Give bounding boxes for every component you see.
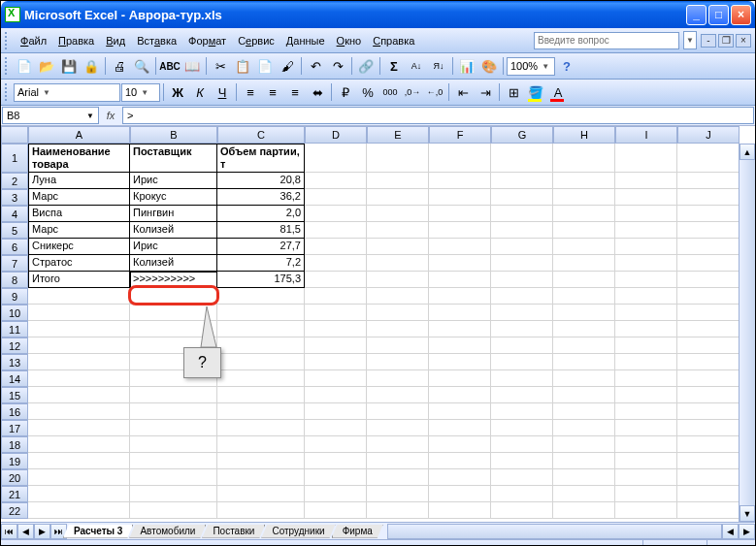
cell[interactable]: Марс [28, 189, 130, 206]
decrease-decimal-button[interactable]: ←,0 [424, 81, 445, 103]
column-header[interactable]: J [677, 126, 740, 144]
paste-button[interactable]: 📄 [254, 55, 276, 77]
cell[interactable] [553, 354, 615, 370]
save-button[interactable]: 💾 [58, 55, 80, 77]
cell[interactable] [677, 239, 740, 255]
cell[interactable] [491, 502, 553, 519]
cell[interactable] [28, 337, 130, 354]
row-header[interactable]: 14 [1, 370, 28, 387]
cell[interactable] [677, 370, 740, 387]
cell[interactable] [615, 189, 677, 206]
sort-desc-button[interactable]: Я↓ [428, 55, 449, 77]
cell[interactable] [429, 222, 491, 239]
cell[interactable] [429, 144, 491, 173]
cell[interactable] [677, 502, 740, 519]
autosum-button[interactable]: Σ [383, 55, 405, 77]
row-header[interactable]: 3 [1, 189, 28, 206]
cell[interactable] [305, 321, 367, 337]
cell[interactable] [305, 337, 367, 354]
cell[interactable] [217, 502, 305, 519]
row-header[interactable]: 13 [1, 354, 28, 370]
column-header[interactable]: H [553, 126, 615, 144]
cell[interactable]: Луна [28, 173, 130, 189]
menu-help[interactable]: Справка [367, 32, 420, 49]
menu-format[interactable]: Формат [182, 32, 232, 49]
cell[interactable] [28, 321, 130, 337]
horizontal-scrollbar-track[interactable] [387, 524, 722, 539]
cell[interactable]: 7,2 [217, 255, 305, 272]
cell[interactable] [553, 469, 615, 486]
align-center-button[interactable]: ≡ [262, 81, 283, 103]
cell[interactable] [217, 288, 305, 305]
cell[interactable] [553, 288, 615, 305]
font-combo[interactable]: Arial▼ [14, 83, 120, 102]
cell[interactable]: 81,5 [217, 222, 305, 239]
cell[interactable] [491, 305, 553, 321]
cell[interactable] [367, 321, 429, 337]
cell[interactable]: Крокус [130, 189, 217, 206]
cell[interactable] [130, 403, 217, 420]
cell[interactable] [429, 453, 491, 469]
cell[interactable] [553, 337, 615, 354]
font-color-button[interactable]: A [547, 81, 569, 103]
cell[interactable] [305, 288, 367, 305]
merge-center-button[interactable]: ⬌ [307, 81, 328, 103]
scroll-right-button[interactable]: ▶ [739, 524, 755, 539]
help-search-input[interactable] [534, 32, 679, 49]
cell[interactable]: Наименование товара [28, 144, 130, 173]
increase-indent-button[interactable]: ⇥ [475, 81, 496, 103]
tab-first-button[interactable]: ⏮ [1, 524, 17, 539]
align-left-button[interactable]: ≡ [240, 81, 261, 103]
cell[interactable]: Виспа [28, 206, 130, 222]
doc-minimize-button[interactable]: - [701, 34, 716, 48]
cell[interactable] [367, 255, 429, 272]
cell[interactable] [305, 305, 367, 321]
cell[interactable] [553, 502, 615, 519]
cell[interactable] [677, 222, 740, 239]
italic-button[interactable]: К [189, 81, 211, 103]
cell[interactable] [367, 469, 429, 486]
menu-view[interactable]: Вид [100, 32, 131, 49]
cell[interactable] [367, 144, 429, 173]
cell[interactable] [677, 469, 740, 486]
row-header[interactable]: 17 [1, 420, 28, 436]
print-preview-button[interactable]: 🔍 [131, 55, 152, 77]
cell[interactable] [28, 354, 130, 370]
cell[interactable] [367, 370, 429, 387]
cell[interactable] [553, 321, 615, 337]
cell[interactable] [130, 436, 217, 453]
cell[interactable] [429, 206, 491, 222]
row-header[interactable]: 12 [1, 337, 28, 354]
cell[interactable] [615, 502, 677, 519]
cell[interactable] [429, 370, 491, 387]
column-header[interactable]: F [429, 126, 491, 144]
cell[interactable] [429, 288, 491, 305]
underline-button[interactable]: Ч [212, 81, 233, 103]
menu-insert[interactable]: Вставка [131, 32, 182, 49]
menu-edit[interactable]: Правка [52, 32, 100, 49]
cell[interactable] [429, 502, 491, 519]
cell[interactable] [615, 222, 677, 239]
cell[interactable] [367, 206, 429, 222]
cell[interactable] [553, 453, 615, 469]
cell[interactable] [367, 420, 429, 436]
cell[interactable] [305, 486, 367, 502]
cell[interactable]: 36,2 [217, 189, 305, 206]
sort-asc-button[interactable]: А↓ [406, 55, 427, 77]
cell[interactable]: 175,3 [217, 272, 305, 288]
cell[interactable] [615, 354, 677, 370]
cell[interactable] [367, 222, 429, 239]
cell[interactable] [305, 469, 367, 486]
cell[interactable] [305, 387, 367, 403]
cell[interactable] [553, 403, 615, 420]
cell[interactable] [677, 403, 740, 420]
cell[interactable] [677, 272, 740, 288]
cell[interactable] [677, 255, 740, 272]
cell[interactable] [553, 239, 615, 255]
cell[interactable] [491, 469, 553, 486]
cell[interactable] [553, 206, 615, 222]
cell[interactable] [677, 486, 740, 502]
toolbar-grip[interactable] [5, 57, 11, 75]
cell[interactable] [615, 144, 677, 173]
cell[interactable] [305, 354, 367, 370]
